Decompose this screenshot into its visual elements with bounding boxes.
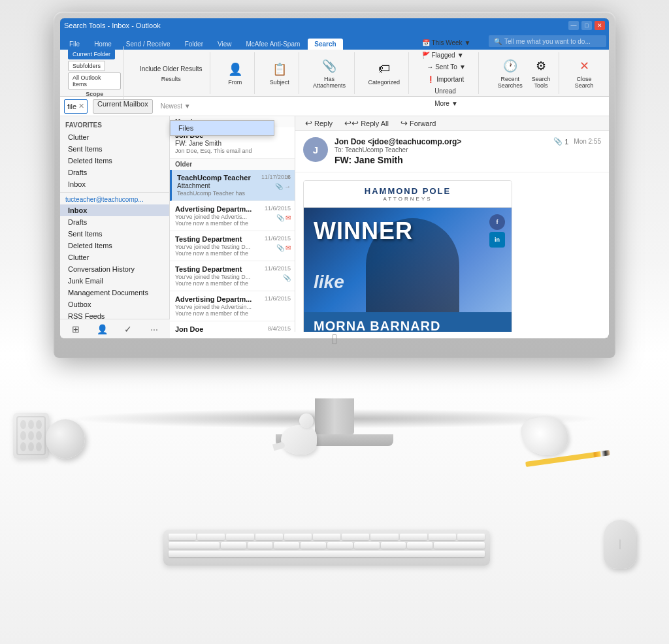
outlook-screen: Search Tools - Inbox - Outlook — □ ✕ Fil… bbox=[60, 18, 609, 338]
sidebar-account-clutter[interactable]: Clutter bbox=[60, 251, 169, 263]
cube-pattern bbox=[16, 416, 46, 455]
reply-button[interactable]: ↩ Reply bbox=[301, 116, 337, 130]
forward-icon: ↪ bbox=[400, 118, 408, 128]
email-item-jon-doe-attach[interactable]: Jon Doe Info on File Attachments Hi TUC,… bbox=[170, 321, 295, 332]
sent-to-button[interactable]: →Sent To▼ bbox=[424, 62, 468, 72]
attachment-icon: 📎 bbox=[321, 57, 338, 74]
search-tools-button[interactable]: ⚙ SearchTools bbox=[529, 56, 554, 91]
sidebar-account-sent[interactable]: Sent Items bbox=[60, 228, 169, 240]
sidebar-account-management[interactable]: Management Documents bbox=[60, 287, 169, 298]
sidebar-account-inbox[interactable]: Inbox bbox=[60, 204, 169, 216]
forward-button[interactable]: ↪ Forward bbox=[396, 116, 440, 130]
reply-all-button[interactable]: ↩↩ Reply All bbox=[340, 116, 393, 130]
email-icons: 📎 ✉ bbox=[276, 214, 291, 221]
key bbox=[429, 534, 456, 540]
has-attachments-button[interactable]: 📎 HasAttachments bbox=[310, 56, 349, 91]
tab-send-receive[interactable]: Send / Receive bbox=[120, 39, 177, 50]
scope-all-outlook[interactable]: All Outlook Items bbox=[68, 72, 121, 89]
key bbox=[248, 542, 273, 549]
email-item-testing-1[interactable]: Testing Department You've joined the Tes… bbox=[170, 231, 295, 261]
scope-current-folder[interactable]: Current Folder bbox=[68, 49, 115, 59]
sidebar-account-drafts[interactable]: Drafts bbox=[60, 216, 169, 228]
close-search-group: ✕ CloseSearch bbox=[564, 52, 604, 94]
favorites-label: Favorites bbox=[60, 119, 169, 131]
paperclip-icon: 📎 bbox=[553, 137, 563, 146]
reading-header: J Jon Doe <jdoe@teachucomp.org> To: Teac… bbox=[295, 131, 609, 172]
sidebar-item-sent[interactable]: Sent Items bbox=[60, 143, 169, 155]
sidebar-tasks-button[interactable]: ✓ bbox=[119, 322, 137, 332]
recent-searches-button[interactable]: 🕐 RecentSearches bbox=[495, 56, 526, 91]
sidebar-more-button[interactable]: ··· bbox=[145, 322, 163, 332]
clear-search-button[interactable]: ✕ bbox=[78, 102, 84, 110]
sidebar-account-outbox[interactable]: Outbox bbox=[60, 298, 169, 310]
email-preview2: You're now a member of the bbox=[175, 220, 289, 227]
from-button[interactable]: 👤 From bbox=[223, 59, 247, 88]
email-preview2: You're now a member of the bbox=[175, 310, 289, 317]
files-dropdown-item[interactable]: Files bbox=[171, 121, 274, 135]
email-item-teachucomp[interactable]: TeachUcomp Teacher Attachment TeachUcomp… bbox=[170, 170, 295, 201]
more-button[interactable]: More▼ bbox=[432, 99, 461, 108]
tab-search[interactable]: Search bbox=[308, 39, 342, 50]
include-older-button[interactable]: Include Older Results bbox=[137, 64, 205, 74]
reading-pane: ↩ Reply ↩↩ Reply All ↪ Forward bbox=[295, 116, 609, 332]
sidebar-people-button[interactable]: 👤 bbox=[93, 322, 111, 332]
email-date: 11/6/2015 bbox=[265, 265, 291, 272]
sidebar-account-conv[interactable]: Conversation History bbox=[60, 263, 169, 275]
email-item-advertising-2[interactable]: Advertising Departm... You've joined the… bbox=[170, 291, 295, 321]
maximize-button[interactable]: □ bbox=[581, 21, 592, 30]
categorized-group: 🏷 Categorized bbox=[360, 52, 409, 94]
linkedin-bubble: in bbox=[489, 232, 505, 248]
company-logo: HAMMOND POLE bbox=[365, 186, 451, 196]
important-button[interactable]: ❗Important bbox=[424, 74, 468, 84]
email-item-advertising-1[interactable]: Advertising Departm... You've joined the… bbox=[170, 201, 295, 231]
key bbox=[226, 534, 253, 540]
bird-head bbox=[299, 413, 314, 428]
close-search-button[interactable]: ✕ CloseSearch bbox=[572, 56, 597, 91]
sidebar-account-junk[interactable]: Junk Email bbox=[60, 275, 169, 287]
tell-me-input[interactable]: Tell me what you want to do... bbox=[504, 38, 591, 45]
spacebar-key bbox=[169, 551, 485, 557]
key-row-2 bbox=[169, 542, 485, 549]
sidebar-grid-button[interactable]: ⊞ bbox=[67, 322, 85, 332]
email-item-testing-2[interactable]: Testing Department You've joined the Tes… bbox=[170, 261, 295, 291]
sidebar-account-deleted[interactable]: Deleted Items bbox=[60, 240, 169, 251]
card-photo: WINNER f in like bbox=[304, 208, 512, 312]
subject-button[interactable]: 📋 Subject bbox=[267, 59, 293, 88]
title-bar: Search Tools - Inbox - Outlook — □ ✕ bbox=[60, 18, 609, 33]
mail-icon: ✉ bbox=[286, 244, 291, 251]
flagged-button[interactable]: 🚩Flagged▼ bbox=[419, 50, 474, 60]
close-button[interactable]: ✕ bbox=[595, 21, 605, 30]
sidebar-account[interactable]: tucteacher@teachucomp... bbox=[60, 195, 169, 204]
categorized-button[interactable]: 🏷 Categorized bbox=[365, 59, 404, 88]
close-search-icon: ✕ bbox=[576, 57, 593, 74]
sidebar-item-inbox[interactable]: Inbox bbox=[60, 178, 169, 190]
tab-mcafee[interactable]: McAfee Anti-Spam bbox=[240, 39, 307, 50]
reading-toolbar: ↩ Reply ↩↩ Reply All ↪ Forward bbox=[295, 116, 609, 131]
monitor:  Search Tools - Inbox - Outlook — □ ✕ F… bbox=[54, 12, 615, 358]
email-preview2: You're now a member of the bbox=[175, 280, 289, 287]
forward-icon: → bbox=[284, 183, 291, 190]
mailbox-select[interactable]: Current Mailbox bbox=[93, 99, 153, 114]
window-controls: — □ ✕ bbox=[568, 21, 605, 30]
sort-newest: Newest ▼ bbox=[161, 103, 191, 110]
sidebar-item-deleted[interactable]: Deleted Items bbox=[60, 155, 169, 167]
this-week-button[interactable]: 📅This Week▼ bbox=[419, 38, 474, 48]
attachment-icon: 📎 bbox=[275, 183, 283, 190]
tab-view[interactable]: View bbox=[211, 39, 238, 50]
to-label: To: bbox=[334, 146, 345, 153]
email-preview: You've joined the Testing D... bbox=[175, 244, 289, 250]
sidebar-item-clutter[interactable]: Clutter bbox=[60, 131, 169, 143]
minimize-button[interactable]: — bbox=[568, 21, 579, 30]
email-preview: You've joined the Advertis... bbox=[175, 214, 289, 220]
attachment-count: 📎 1 bbox=[553, 137, 568, 146]
forward-label: Forward bbox=[410, 120, 436, 127]
email-close-button[interactable]: ✕ bbox=[286, 174, 291, 181]
key bbox=[400, 534, 427, 540]
keyboard bbox=[163, 530, 490, 566]
sidebar-item-drafts[interactable]: Drafts bbox=[60, 167, 169, 178]
sidebar-footer: ⊞ 👤 ✓ ··· bbox=[60, 319, 170, 332]
scope-subfolders[interactable]: Subfolders bbox=[68, 61, 105, 71]
unread-button[interactable]: Unread bbox=[432, 86, 461, 96]
scope-group: Current Folder Subfolders All Outlook It… bbox=[65, 46, 124, 100]
tab-folder[interactable]: Folder bbox=[178, 39, 210, 50]
